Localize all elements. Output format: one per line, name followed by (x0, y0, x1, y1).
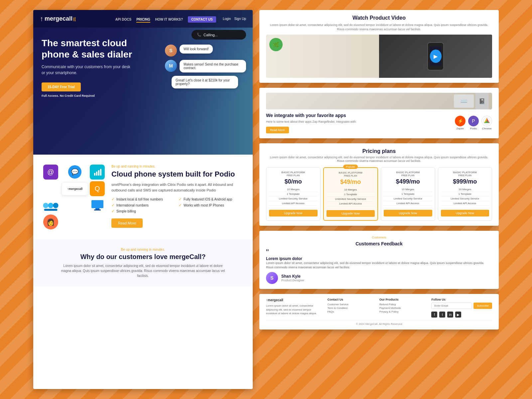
podio-logo-wrap: P Podio (468, 116, 479, 130)
youtube-icon[interactable]: ▶ (455, 312, 461, 318)
hero-title: The smartest cloud phone & sales dialer (42, 38, 148, 60)
plan-feature-1-3: Limited API Access (327, 201, 375, 206)
footer-contact-2[interactable]: FAQs (328, 310, 374, 314)
feature-list: ✓ Instant local & toll free numbers ✓ Fu… (111, 197, 244, 213)
footer-contact-1[interactable]: Term & Condition (328, 306, 374, 310)
plan-feature-1-0: 10 Merges (327, 188, 375, 192)
hero-subtitle: Communicate with your customers from you… (42, 64, 135, 76)
svg-rect-12 (94, 209, 101, 210)
logo-center: ↑mergecall (62, 182, 88, 196)
plan-feature-3-1: 1 Template (441, 192, 489, 197)
login-link[interactable]: Login (223, 17, 231, 21)
pricing-card-2: Basic Platform FREE PLAN $499/mo 10 Merg… (381, 167, 435, 221)
plan-label-1: Basic Platform FREE PLAN (327, 171, 375, 177)
footer-product-1[interactable]: Payment Methods (379, 306, 426, 310)
twitter-icon[interactable]: t (439, 312, 445, 318)
feedback-title: Customers Feedback (266, 241, 492, 246)
free-trial-button[interactable]: 15-DAY Free Trial (42, 82, 81, 91)
check-icon-3: ✓ (111, 203, 115, 207)
plan-price-0: $0/mo (269, 178, 318, 185)
linkedin-icon[interactable]: in (447, 312, 453, 318)
author-role: Product Designer (281, 279, 305, 282)
chat-bubble-3: Great! Let's close it at $210k for your … (172, 76, 238, 88)
integration-content: We integrate with your favorite apps Her… (266, 113, 492, 133)
footer-products-list: Refund Policy Payment Methods Privacy & … (379, 303, 426, 314)
nav-links: API DOCS PRICING HOW IT WORKS? CONTACT U… (115, 16, 216, 22)
pricing-cards: Basic Platform FREE PLAN $0/mo 10 Merges… (266, 167, 492, 221)
zapier-logo-wrap: ⚡ Zapier (455, 116, 466, 130)
plan-feature-2-1: 1 Template (384, 192, 432, 197)
play-button[interactable]: ▶ (430, 50, 442, 63)
why-title: Why do our customers love mergeCall? (42, 253, 244, 261)
video-thumb-right: ▶ (379, 35, 492, 78)
footer-contact-0[interactable]: Customer Service (328, 303, 374, 306)
chat-container: 📞 Calling... S Will look forward! M Make… (165, 30, 246, 92)
svg-point-6 (43, 203, 49, 208)
pricing-card-1: Popular Basic Platform FREE PLAN $49/mo … (323, 167, 378, 221)
section-cloud: @ 💬 ↑mergecall Q (33, 155, 253, 239)
plan-features-0: 10 Merges 1 Template Limited Security Se… (269, 187, 318, 206)
popular-badge: Popular (343, 165, 358, 169)
chrome-logo (481, 116, 492, 126)
feedback-body: " Lorem ipsum dolor Lorem ipsum dolor si… (266, 248, 492, 284)
logo[interactable]: ↑ mergecall (( (40, 15, 76, 23)
nav-item-howitworks[interactable]: HOW IT WORKS? (155, 16, 183, 22)
video-thumbnail[interactable]: ▶ 🌿 (266, 35, 492, 78)
check-icon-4: ✓ (179, 203, 182, 207)
nav-item-apidocs[interactable]: API DOCS (115, 16, 131, 22)
nav-item-contact[interactable]: CONTACT US (188, 16, 216, 22)
signup-link[interactable]: Sign Up (234, 17, 246, 21)
podio-logo: P (468, 116, 479, 126)
plan-features-2: 10 Merges 1 Template Limited Security Se… (384, 187, 432, 206)
zapier-label: Zapier (455, 127, 466, 130)
plan-btn-1[interactable]: Upgrade Now (327, 210, 375, 217)
author-info: Shan Kyle Product Designer (281, 274, 305, 282)
plan-price-2: $499/mo (384, 178, 432, 185)
feedback-name: Lorem ipsum dolor (266, 256, 492, 261)
phone-icon: 📞 (197, 33, 201, 37)
facebook-icon[interactable]: f (431, 312, 437, 318)
video-title: Watch Product Video (266, 15, 492, 21)
plan-features-3: 10 Merges 1 Template Limited Security Se… (441, 187, 489, 206)
hero-note: Full Access. No Credit Card Required (42, 94, 244, 97)
plan-btn-0[interactable]: Upgrade Now (269, 210, 318, 216)
plan-features-1: 10 Merges 1 Template Unlimited Security … (327, 188, 375, 206)
plan-feature-2-2: Limited Security Service (384, 197, 432, 201)
plan-btn-3[interactable]: Upgrade Now (441, 210, 489, 216)
svg-rect-11 (95, 208, 99, 209)
footer-contact-links: Contact Us Customer Service Term & Condi… (328, 298, 374, 314)
plan-btn-2[interactable]: Upgrade Now (384, 210, 432, 216)
footer-product-0[interactable]: Refund Policy (379, 303, 426, 306)
check-icon-5: ✓ (111, 209, 115, 213)
thumb-plant-icon: 🌿 (269, 38, 283, 51)
nav-item-pricing[interactable]: PRICING (136, 16, 150, 22)
svg-rect-10 (91, 200, 103, 208)
plan-feature-3-0: 10 Merges (441, 187, 489, 192)
quote-icon: " (266, 248, 492, 256)
footer-products-title: Our Products (379, 298, 426, 301)
icon-chart (90, 165, 105, 180)
pricing-desc: Lorem ipsum dolor sit amet, consectetur … (266, 156, 492, 163)
logo-text: mergecall (45, 15, 72, 22)
why-tag: Be up and running in minutes. (42, 248, 244, 251)
read-more-button[interactable]: Read More (111, 218, 143, 228)
newsletter-input[interactable] (431, 303, 472, 309)
cloud-section-desc: smrtPhone's deep integration with Citrix… (111, 182, 244, 193)
plan-feature-3-3: Limited API Access (441, 201, 489, 206)
main-wrapper: ↑ mergecall (( API DOCS PRICING HOW IT W… (33, 10, 499, 389)
plan-feature-1-2: Unlimited Security Service (327, 197, 375, 201)
check-icon-1: ✓ (111, 197, 115, 201)
plan-feature-1-1: 1 Template (327, 192, 375, 197)
feature-item-5: ✓ Simple billing (111, 209, 177, 213)
plan-feature-0-3: Limited API Access (269, 201, 318, 206)
integration-read-more[interactable]: Read More (266, 127, 289, 133)
chat-avatar-1: S (165, 45, 177, 57)
subscribe-button[interactable]: Subscribe (473, 303, 492, 309)
footer-product-2[interactable]: Privacy & Policy (379, 310, 426, 314)
calling-text: Calling... (203, 33, 218, 37)
icon-chat: 💬 (67, 165, 82, 180)
feature-item-4: ✓ Works with most IP Phones (179, 203, 244, 207)
svg-point-7 (48, 203, 54, 208)
plan-label-3: Basic Platform FREE PLAN (441, 171, 489, 177)
pricing-title: Pricing plans (266, 148, 492, 154)
